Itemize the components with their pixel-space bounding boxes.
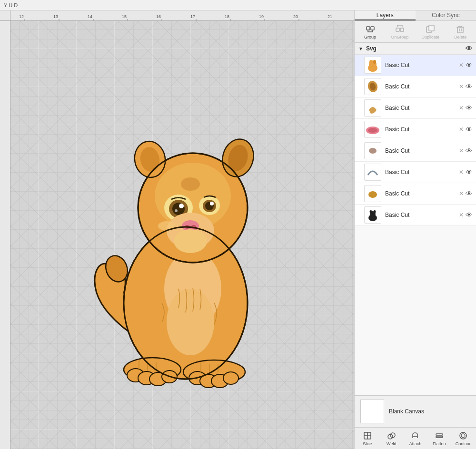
layer-thumbnail-5 <box>364 142 381 159</box>
svg-point-42 <box>179 204 184 208</box>
svg-rect-64 <box>457 27 463 33</box>
svg-group-visibility[interactable]: 👁 <box>466 45 472 52</box>
layer-name-3: Basic Cut <box>385 105 457 111</box>
layer-visibility-6[interactable]: 👁 <box>466 168 472 176</box>
svg-point-47 <box>210 202 214 205</box>
group-button[interactable]: Group <box>359 23 381 40</box>
canvas-area[interactable]: 12 13 14 15 16 17 18 19 20 21 <box>0 10 354 449</box>
contour-icon <box>458 430 468 441</box>
svg-text:19: 19 <box>259 14 264 19</box>
panel-toolbar: Group UnGroup <box>355 21 476 43</box>
layer-remove-1[interactable]: ✕ <box>459 62 464 68</box>
canvas-info: Blank Canvas <box>355 395 476 427</box>
svg-point-55 <box>174 229 207 253</box>
attach-icon <box>410 430 420 441</box>
tab-color-sync[interactable]: Color Sync <box>416 10 476 20</box>
svg-rect-63 <box>429 25 434 31</box>
svg-point-91 <box>461 434 465 438</box>
svg-group-arrow: ▼ <box>358 46 363 51</box>
layer-visibility-1[interactable]: 👁 <box>466 61 472 69</box>
layer-thumbnail-1 <box>364 57 381 74</box>
layer-visibility-2[interactable]: 👁 <box>466 83 472 90</box>
tab-layers[interactable]: Layers <box>355 10 416 20</box>
svg-group-header[interactable]: ▼ Svg 👁 <box>355 43 476 55</box>
layer-visibility-7[interactable]: 👁 <box>466 190 472 197</box>
svg-rect-88 <box>436 434 443 435</box>
layer-remove-8[interactable]: ✕ <box>459 212 464 218</box>
ungroup-icon <box>395 24 405 34</box>
ruler-corner <box>0 10 10 21</box>
layer-remove-4[interactable]: ✕ <box>459 126 464 133</box>
svg-point-77 <box>368 191 377 198</box>
layer-item[interactable]: Basic Cut ✕ 👁 <box>355 205 476 226</box>
layer-item[interactable]: Basic Cut ✕ 👁 <box>355 98 476 119</box>
main-area: 12 13 14 15 16 17 18 19 20 21 <box>0 10 476 449</box>
svg-point-90 <box>460 432 466 439</box>
svg-text:14: 14 <box>88 14 92 19</box>
svg-point-70 <box>369 60 372 64</box>
layer-item[interactable]: Basic Cut ✕ 👁 <box>355 119 476 140</box>
layer-thumbnail-4 <box>364 121 381 138</box>
layer-remove-3[interactable]: ✕ <box>459 105 464 111</box>
layer-item[interactable]: Basic Cut ✕ 👁 <box>355 140 476 162</box>
layer-name-7: Basic Cut <box>385 190 457 197</box>
canvas-preview <box>360 400 384 423</box>
svg-point-54 <box>181 177 200 191</box>
panel-tabs: Layers Color Sync <box>355 10 476 21</box>
layer-visibility-5[interactable]: 👁 <box>466 147 472 155</box>
svg-point-30 <box>223 372 238 384</box>
svg-rect-89 <box>436 436 443 438</box>
svg-point-76 <box>369 148 377 154</box>
group-icon <box>365 24 376 34</box>
slice-button[interactable]: Slice <box>357 429 378 447</box>
right-panel: Layers Color Sync Group <box>354 10 476 449</box>
svg-rect-58 <box>367 27 370 30</box>
svg-rect-61 <box>400 28 404 31</box>
delete-icon <box>455 24 466 34</box>
flatten-button[interactable]: Flatten <box>428 429 450 447</box>
svg-rect-59 <box>371 27 374 30</box>
contour-button[interactable]: Contour <box>452 429 474 447</box>
layer-item[interactable]: Basic Cut ✕ 👁 <box>355 76 476 98</box>
layer-name-6: Basic Cut <box>385 169 457 176</box>
svg-point-71 <box>373 60 376 64</box>
toolbar-coords: Y U D <box>4 2 18 8</box>
ruler-top: 12 13 14 15 16 17 18 19 20 21 <box>10 10 354 21</box>
layer-visibility-3[interactable]: 👁 <box>466 104 472 112</box>
layer-name-8: Basic Cut <box>385 212 457 218</box>
svg-text:18: 18 <box>225 14 229 19</box>
svg-text:17: 17 <box>190 14 195 19</box>
layer-name-5: Basic Cut <box>385 147 457 154</box>
layer-item[interactable]: Basic Cut ✕ 👁 <box>355 162 476 183</box>
ruler-left <box>0 21 10 449</box>
layer-remove-5[interactable]: ✕ <box>459 147 464 154</box>
lion-image-container <box>38 39 314 429</box>
svg-point-43 <box>175 209 178 212</box>
delete-button[interactable]: Delete <box>449 23 471 40</box>
layer-remove-2[interactable]: ✕ <box>459 83 464 90</box>
layer-list[interactable]: ▼ Svg 👁 Basic Cut ✕ 👁 <box>355 43 476 395</box>
svg-point-32 <box>167 289 214 355</box>
svg-text:12: 12 <box>19 14 24 19</box>
layer-item[interactable]: Basic Cut ✕ 👁 <box>355 55 476 76</box>
layer-thumbnail-2 <box>364 78 381 95</box>
layer-visibility-4[interactable]: 👁 <box>466 126 472 133</box>
weld-button[interactable]: Weld <box>380 429 402 447</box>
attach-button[interactable]: Attach <box>404 429 426 447</box>
svg-text:15: 15 <box>122 14 127 19</box>
layer-visibility-8[interactable]: 👁 <box>466 211 472 219</box>
layer-remove-6[interactable]: ✕ <box>459 169 464 176</box>
svg-point-80 <box>370 210 372 213</box>
canvas-label: Blank Canvas <box>389 408 424 415</box>
layer-thumbnail-3 <box>364 99 381 117</box>
ungroup-button[interactable]: UnGroup <box>388 23 412 40</box>
layer-thumbnail-8 <box>364 206 381 224</box>
top-toolbar: Y U D <box>0 0 476 10</box>
layer-remove-7[interactable]: ✕ <box>459 190 464 197</box>
svg-group-label: Svg <box>366 45 466 52</box>
duplicate-button[interactable]: Duplicate <box>419 23 443 40</box>
svg-point-81 <box>374 210 376 213</box>
layer-name-1: Basic Cut <box>385 62 457 68</box>
duplicate-icon <box>425 24 436 34</box>
layer-item[interactable]: Basic Cut ✕ 👁 <box>355 183 476 205</box>
